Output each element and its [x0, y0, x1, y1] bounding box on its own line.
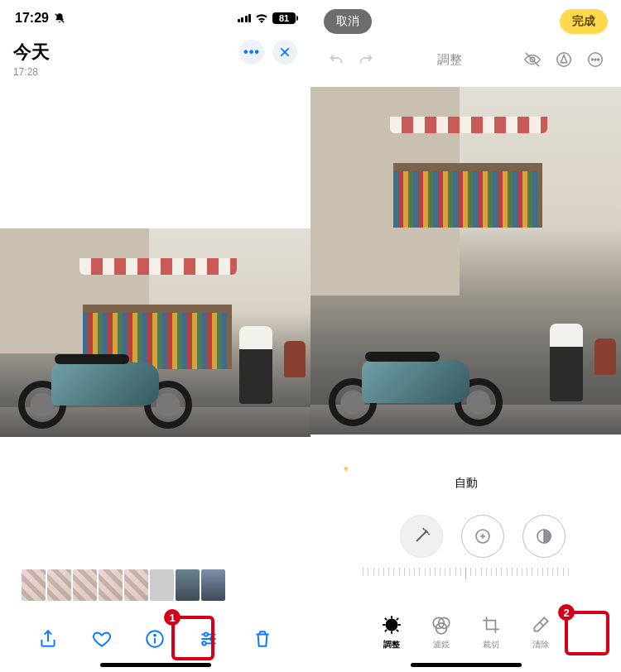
- svg-point-17: [595, 59, 596, 60]
- value-ticks[interactable]: [310, 568, 621, 579]
- tab-cleanup-label: 清除: [532, 639, 549, 650]
- svg-line-31: [396, 618, 397, 620]
- svg-point-23: [386, 620, 397, 631]
- sliders-icon: [198, 628, 219, 650]
- main-photo[interactable]: [0, 228, 310, 437]
- filmstrip[interactable]: [22, 569, 225, 601]
- tab-filters[interactable]: 濾鏡: [431, 614, 452, 650]
- battery-percent: 81: [279, 13, 289, 23]
- filters-icon: [431, 614, 452, 636]
- title-row: 今天 17:28 •••: [0, 36, 310, 78]
- annotation-badge-1: 1: [164, 609, 181, 626]
- thumbnail[interactable]: [47, 569, 71, 601]
- delete-button[interactable]: [251, 627, 274, 650]
- adjustment-dials[interactable]: [310, 515, 621, 558]
- status-left: 17:29: [15, 11, 65, 26]
- svg-line-29: [396, 630, 397, 631]
- magic-wand-icon: [412, 526, 431, 546]
- undo-icon[interactable]: [327, 50, 345, 69]
- bottom-toolbar: [0, 627, 310, 650]
- svg-point-11: [202, 641, 205, 645]
- annotation-badge-2: 2: [558, 604, 575, 621]
- thumbnail[interactable]: [150, 569, 174, 601]
- screen-photo-edit: 取消 完成 調整: [310, 0, 621, 672]
- hide-icon[interactable]: [523, 50, 542, 69]
- svg-point-7: [205, 632, 208, 636]
- favorite-button[interactable]: [90, 627, 113, 650]
- tab-adjust-label: 調整: [383, 639, 400, 650]
- status-right: 81: [238, 12, 296, 24]
- screen-photo-view: 17:29 81 今天 17:28 •••: [0, 0, 310, 672]
- svg-line-35: [539, 622, 542, 626]
- home-indicator[interactable]: [411, 663, 522, 667]
- crop-icon: [480, 614, 502, 636]
- mode-label: 調整: [437, 52, 462, 68]
- svg-point-5: [155, 635, 156, 636]
- tab-crop-label: 裁切: [483, 639, 499, 650]
- wifi-icon: [255, 13, 268, 23]
- dial-exposure[interactable]: [461, 515, 504, 558]
- battery-icon: 81: [272, 12, 296, 24]
- page-title: 今天: [13, 40, 50, 65]
- heart-icon: [91, 628, 113, 650]
- home-indicator[interactable]: [100, 663, 211, 667]
- eraser-icon: [530, 614, 551, 636]
- brilliance-icon: [534, 526, 554, 546]
- edit-secondary-bar: 調整: [310, 43, 621, 76]
- title-block: 今天 17:28: [13, 40, 50, 78]
- silent-mode-icon: [54, 12, 65, 24]
- edit-mode-tabs: 調整 濾鏡 裁切 清除: [310, 614, 621, 650]
- undo-redo-group: [327, 50, 375, 69]
- auto-indicator-icon: ▾: [344, 463, 349, 474]
- redo-icon[interactable]: [357, 50, 375, 69]
- page-subtitle: 17:28: [13, 66, 50, 78]
- svg-point-9: [210, 637, 214, 641]
- more-button[interactable]: •••: [239, 40, 264, 65]
- svg-point-18: [598, 59, 599, 60]
- tab-cleanup[interactable]: 清除: [530, 614, 551, 650]
- more-options-icon[interactable]: [586, 50, 604, 69]
- info-icon: [144, 628, 166, 650]
- tab-crop[interactable]: 裁切: [480, 614, 502, 650]
- cancel-button[interactable]: 取消: [324, 9, 372, 34]
- markup-icon[interactable]: [555, 50, 573, 69]
- badge-number: 1: [169, 612, 175, 624]
- edit-button[interactable]: [197, 627, 220, 650]
- dial-brilliance[interactable]: [522, 515, 566, 558]
- trash-icon: [252, 628, 273, 650]
- share-button[interactable]: [36, 627, 60, 650]
- close-icon: [279, 46, 291, 58]
- svg-point-16: [591, 59, 593, 60]
- cellular-signal-icon: [238, 14, 252, 22]
- thumbnail[interactable]: [124, 569, 148, 601]
- edit-top-icons: [523, 50, 604, 69]
- status-bar: 17:29 81: [0, 0, 310, 36]
- title-actions: •••: [239, 40, 297, 65]
- adjust-param-label: 自動: [310, 476, 621, 491]
- edit-nav-bar: 取消 完成: [310, 0, 621, 43]
- tab-filters-label: 濾鏡: [433, 639, 450, 650]
- done-button[interactable]: 完成: [560, 9, 608, 34]
- svg-line-30: [384, 630, 386, 631]
- tab-adjust[interactable]: 調整: [381, 614, 402, 650]
- thumbnail[interactable]: [201, 569, 225, 601]
- thumbnail[interactable]: [99, 569, 123, 601]
- adjust-icon: [381, 614, 402, 636]
- thumbnail[interactable]: [176, 569, 200, 601]
- share-icon: [37, 628, 59, 650]
- dial-auto[interactable]: [400, 515, 443, 558]
- status-time: 17:29: [15, 11, 49, 26]
- svg-line-28: [384, 618, 386, 620]
- exposure-icon: [473, 526, 493, 546]
- thumbnail[interactable]: [22, 569, 46, 601]
- edit-photo-preview[interactable]: [310, 87, 621, 434]
- badge-number: 2: [563, 607, 569, 619]
- thumbnail[interactable]: [73, 569, 97, 601]
- info-button[interactable]: [143, 627, 166, 650]
- close-button[interactable]: [272, 40, 297, 65]
